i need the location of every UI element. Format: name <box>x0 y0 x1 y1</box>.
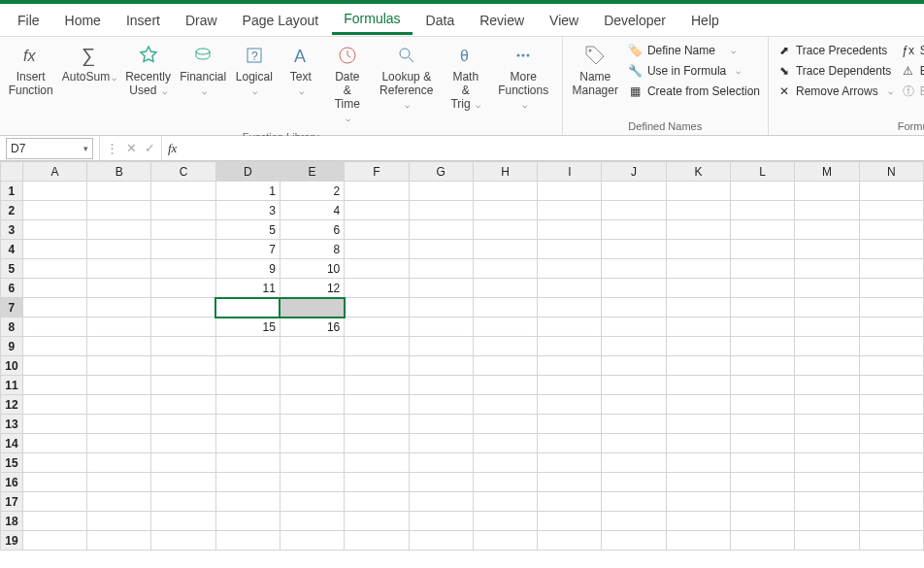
cell-M11[interactable] <box>795 376 859 395</box>
tab-draw[interactable]: Draw <box>174 7 229 34</box>
cell-G17[interactable] <box>409 492 473 512</box>
cell-D4[interactable]: 7 <box>215 240 280 259</box>
cell-H2[interactable] <box>473 201 537 220</box>
trace-dependents-button[interactable]: ⬊Trace Dependents <box>776 61 893 81</box>
cell-H11[interactable] <box>473 376 537 395</box>
cell-N19[interactable] <box>859 531 923 551</box>
row-header-13[interactable]: 13 <box>1 415 23 434</box>
cell-E2[interactable]: 4 <box>280 201 344 220</box>
cell-H5[interactable] <box>473 259 537 279</box>
cell-D1[interactable]: 1 <box>215 182 280 201</box>
cell-A6[interactable] <box>22 279 86 298</box>
cell-G3[interactable] <box>409 220 473 240</box>
cell-B5[interactable] <box>87 259 151 279</box>
cell-E5[interactable]: 10 <box>280 259 344 279</box>
cell-J14[interactable] <box>602 434 666 453</box>
tab-file[interactable]: File <box>6 7 51 34</box>
cell-C13[interactable] <box>151 415 215 434</box>
tab-developer[interactable]: Developer <box>592 7 677 34</box>
cell-K19[interactable] <box>666 531 730 551</box>
cell-I4[interactable] <box>538 240 602 259</box>
cell-C2[interactable] <box>151 201 215 220</box>
cell-D18[interactable] <box>215 512 280 531</box>
cell-N14[interactable] <box>859 434 923 453</box>
cell-G8[interactable] <box>409 317 473 337</box>
col-header-M[interactable]: M <box>795 162 859 182</box>
cell-I13[interactable] <box>538 415 602 434</box>
cell-D13[interactable] <box>215 415 280 434</box>
cell-K9[interactable] <box>666 337 730 356</box>
cell-M17[interactable] <box>795 492 859 512</box>
cell-C4[interactable] <box>151 240 215 259</box>
cell-I7[interactable] <box>538 298 602 317</box>
tab-view[interactable]: View <box>538 7 590 34</box>
cell-E13[interactable] <box>280 415 344 434</box>
cell-F14[interactable] <box>345 434 409 453</box>
row-header-11[interactable]: 11 <box>1 376 23 395</box>
cell-N5[interactable] <box>859 259 923 279</box>
col-header-A[interactable]: A <box>22 162 86 182</box>
cell-E12[interactable] <box>280 395 344 415</box>
cell-A15[interactable] <box>22 453 86 473</box>
cell-J4[interactable] <box>602 240 666 259</box>
cell-E8[interactable]: 16 <box>280 317 344 337</box>
row-header-8[interactable]: 8 <box>1 317 23 337</box>
cell-G15[interactable] <box>409 453 473 473</box>
cell-C5[interactable] <box>151 259 215 279</box>
more-functions-button[interactable]: More Functions ⌵ <box>489 39 558 116</box>
cell-H1[interactable] <box>473 182 537 201</box>
cell-A2[interactable] <box>22 201 86 220</box>
cell-H9[interactable] <box>473 337 537 356</box>
cell-I3[interactable] <box>538 220 602 240</box>
cell-L17[interactable] <box>731 492 795 512</box>
cell-K1[interactable] <box>666 182 730 201</box>
cell-D7[interactable] <box>215 298 280 317</box>
lookup-reference-button[interactable]: Lookup & Reference ⌵ <box>371 39 443 116</box>
cell-K6[interactable] <box>666 279 730 298</box>
cell-A5[interactable] <box>22 259 86 279</box>
cell-D12[interactable] <box>215 395 280 415</box>
cell-A7[interactable] <box>22 298 86 317</box>
cell-F4[interactable] <box>345 240 409 259</box>
cell-G1[interactable] <box>409 182 473 201</box>
col-header-N[interactable]: N <box>859 162 923 182</box>
use-in-formula-button[interactable]: 🔧Use in Formula⌵ <box>628 61 760 81</box>
tab-formulas[interactable]: Formulas <box>332 5 412 35</box>
evaluate-formula-button[interactable]: ⓕEvaluate <box>901 82 924 101</box>
cell-M14[interactable] <box>795 434 859 453</box>
cell-L7[interactable] <box>731 298 795 317</box>
cell-A1[interactable] <box>22 182 86 201</box>
cell-N2[interactable] <box>859 201 923 220</box>
cell-D9[interactable] <box>215 337 280 356</box>
cell-B9[interactable] <box>87 337 151 356</box>
cell-F8[interactable] <box>345 317 409 337</box>
text-button[interactable]: A Text⌵ <box>278 39 324 102</box>
col-header-L[interactable]: L <box>731 162 795 182</box>
cell-A16[interactable] <box>22 473 86 492</box>
cell-J16[interactable] <box>602 473 666 492</box>
cell-B13[interactable] <box>87 415 151 434</box>
cell-I11[interactable] <box>538 376 602 395</box>
cell-F18[interactable] <box>345 512 409 531</box>
cell-A11[interactable] <box>22 376 86 395</box>
cell-J19[interactable] <box>602 531 666 551</box>
cell-G19[interactable] <box>409 531 473 551</box>
cell-L6[interactable] <box>731 279 795 298</box>
row-header-16[interactable]: 16 <box>1 473 23 492</box>
row-header-12[interactable]: 12 <box>1 395 23 415</box>
cell-K17[interactable] <box>666 492 730 512</box>
cell-D16[interactable] <box>215 473 280 492</box>
cell-L9[interactable] <box>731 337 795 356</box>
cell-I5[interactable] <box>538 259 602 279</box>
cell-N4[interactable] <box>859 240 923 259</box>
name-box[interactable]: D7▾ <box>6 138 93 159</box>
cell-L14[interactable] <box>731 434 795 453</box>
cell-B14[interactable] <box>87 434 151 453</box>
cell-C15[interactable] <box>151 453 215 473</box>
cell-H16[interactable] <box>473 473 537 492</box>
cell-E9[interactable] <box>280 337 344 356</box>
cell-N13[interactable] <box>859 415 923 434</box>
cell-C3[interactable] <box>151 220 215 240</box>
cell-I2[interactable] <box>538 201 602 220</box>
cell-C17[interactable] <box>151 492 215 512</box>
